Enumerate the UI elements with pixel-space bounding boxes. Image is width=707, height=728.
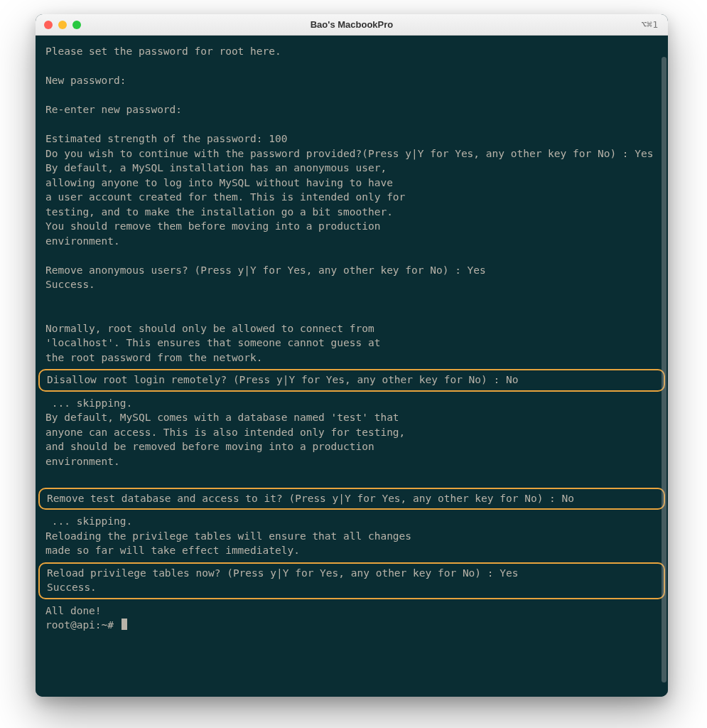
terminal-line: Reload privilege tables now? (Press y|Y … [47,566,657,581]
terminal-line [45,59,658,74]
terminal-line: 'localhost'. This ensures that someone c… [45,336,658,350]
terminal-window: Bao's MacbookPro ⌥⌘1 Please set the pass… [36,14,668,697]
terminal-line: environment. [45,234,658,249]
close-button[interactable] [44,21,53,29]
terminal-output[interactable]: Please set the password for root here. N… [36,36,668,697]
terminal-line [45,117,658,132]
highlighted-block: Disallow root login remotely? (Press y|Y… [38,369,665,392]
terminal-line: ... skipping. [45,514,658,529]
terminal-line: Estimated strength of the password: 100 [45,132,658,146]
terminal-line: Do you wish to continue with the passwor… [45,146,658,161]
terminal-line: environment. [45,454,658,469]
terminal-line: Remove anonymous users? (Press y|Y for Y… [45,263,658,278]
terminal-line: New password: [45,73,658,88]
prompt-line[interactable]: root@api:~# [45,618,658,633]
spacer [45,558,658,562]
terminal-line: and should be removed before moving into… [45,439,658,454]
terminal-line: Re-enter new password: [45,102,658,117]
minimize-button[interactable] [58,21,67,29]
terminal-area[interactable]: Please set the password for root here. N… [36,36,668,697]
terminal-line: anyone can access. This is also intended… [45,425,658,440]
spacer [45,483,658,488]
window-title: Bao's MacbookPro [36,19,668,30]
terminal-line [45,248,658,263]
window-shortcut-hint: ⌥⌘1 [642,19,658,30]
terminal-line: a user account created for them. This is… [45,190,658,205]
terminal-line [45,306,658,321]
scrollbar[interactable] [662,57,666,682]
terminal-line: You should remove them before moving int… [45,219,658,234]
terminal-line: All done! [45,604,658,619]
maximize-button[interactable] [72,21,81,29]
terminal-line: Reloading the privilege tables will ensu… [45,529,658,544]
titlebar: Bao's MacbookPro ⌥⌘1 [36,14,668,36]
terminal-line: Success. [45,277,658,292]
cursor [122,619,127,630]
terminal-line [45,292,658,307]
terminal-line: Success. [47,580,657,595]
terminal-line: made so far will take effect immediately… [45,543,658,558]
highlighted-block: Reload privilege tables now? (Press y|Y … [38,562,665,599]
terminal-line: the root password from the network. [45,350,658,365]
terminal-line: By default, MySQL comes with a database … [45,410,658,425]
terminal-line: allowing anyone to log into MySQL withou… [45,176,658,191]
terminal-line: Please set the password for root here. [45,44,658,59]
terminal-line: By default, a MySQL installation has an … [45,161,658,176]
traffic-lights [44,21,81,29]
terminal-line: Normally, root should only be allowed to… [45,321,658,336]
terminal-line: Remove test database and access to it? (… [47,491,657,506]
terminal-line: Disallow root login remotely? (Press y|Y… [47,373,657,387]
terminal-line [45,88,658,103]
terminal-line: testing, and to make the installation go… [45,205,658,220]
highlighted-block: Remove test database and access to it? (… [38,488,665,510]
terminal-line [45,469,658,483]
prompt-text: root@api:~# [45,619,120,631]
terminal-line: ... skipping. [45,396,658,411]
